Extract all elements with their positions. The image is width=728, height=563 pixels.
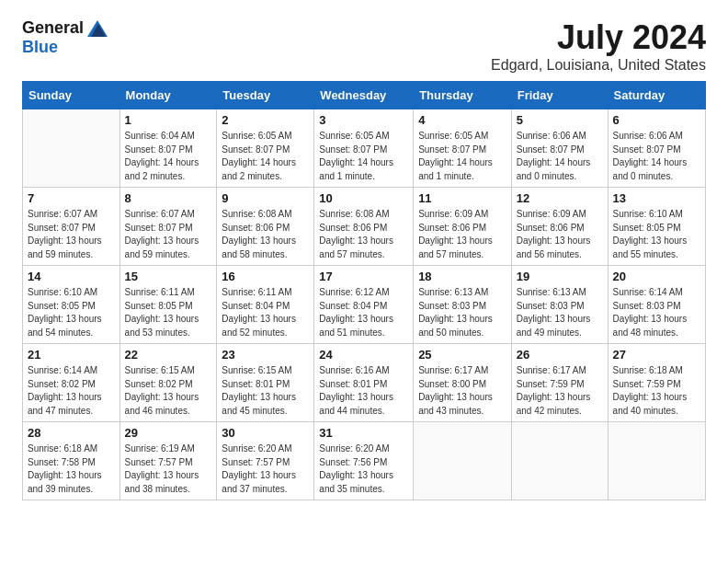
calendar-cell: 30Sunrise: 6:20 AM Sunset: 7:57 PM Dayli…	[217, 422, 314, 500]
day-number: 18	[418, 270, 506, 283]
day-number: 2	[222, 113, 309, 127]
day-info: Sunrise: 6:07 AM Sunset: 8:07 PM Dayligh…	[28, 208, 115, 261]
day-info: Sunrise: 6:12 AM Sunset: 8:04 PM Dayligh…	[319, 286, 408, 339]
day-number: 11	[418, 191, 506, 205]
day-info: Sunrise: 6:09 AM Sunset: 8:06 PM Dayligh…	[517, 208, 603, 261]
calendar-cell	[23, 109, 120, 188]
calendar-cell: 27Sunrise: 6:18 AM Sunset: 7:59 PM Dayli…	[608, 344, 705, 422]
day-number: 14	[28, 270, 115, 283]
day-number: 23	[222, 348, 309, 362]
day-info: Sunrise: 6:17 AM Sunset: 8:00 PM Dayligh…	[418, 364, 506, 418]
day-number: 31	[319, 426, 408, 440]
day-info: Sunrise: 6:20 AM Sunset: 7:56 PM Dayligh…	[319, 442, 408, 496]
day-number: 17	[319, 270, 408, 283]
header-thursday: Thursday	[414, 82, 512, 109]
day-number: 16	[222, 270, 309, 283]
calendar-cell: 11Sunrise: 6:09 AM Sunset: 8:06 PM Dayli…	[414, 188, 512, 266]
month-title: July 2024	[491, 18, 706, 57]
calendar-cell: 24Sunrise: 6:16 AM Sunset: 8:01 PM Dayli…	[314, 344, 414, 422]
calendar-cell	[511, 422, 608, 500]
day-info: Sunrise: 6:13 AM Sunset: 8:03 PM Dayligh…	[418, 286, 506, 339]
calendar-cell: 15Sunrise: 6:11 AM Sunset: 8:05 PM Dayli…	[119, 266, 217, 344]
calendar-cell: 23Sunrise: 6:15 AM Sunset: 8:01 PM Dayli…	[217, 344, 314, 422]
day-number: 8	[125, 191, 212, 205]
day-number: 19	[517, 270, 603, 283]
calendar-cell	[608, 422, 705, 500]
calendar-week-1: 1Sunrise: 6:04 AM Sunset: 8:07 PM Daylig…	[23, 109, 706, 188]
calendar-cell: 21Sunrise: 6:14 AM Sunset: 8:02 PM Dayli…	[23, 344, 120, 422]
day-info: Sunrise: 6:09 AM Sunset: 8:06 PM Dayligh…	[418, 208, 506, 261]
calendar-cell: 19Sunrise: 6:13 AM Sunset: 8:03 PM Dayli…	[511, 266, 608, 344]
day-info: Sunrise: 6:05 AM Sunset: 8:07 PM Dayligh…	[418, 130, 506, 183]
calendar-cell: 20Sunrise: 6:14 AM Sunset: 8:03 PM Dayli…	[608, 266, 705, 344]
day-info: Sunrise: 6:11 AM Sunset: 8:04 PM Dayligh…	[222, 286, 309, 339]
day-number: 27	[613, 348, 700, 362]
day-number: 10	[319, 191, 408, 205]
day-info: Sunrise: 6:06 AM Sunset: 8:07 PM Dayligh…	[517, 130, 603, 183]
day-info: Sunrise: 6:13 AM Sunset: 8:03 PM Dayligh…	[517, 286, 603, 339]
day-number: 20	[613, 270, 700, 283]
day-number: 21	[28, 348, 115, 362]
calendar-cell: 31Sunrise: 6:20 AM Sunset: 7:56 PM Dayli…	[314, 422, 414, 500]
calendar-cell: 5Sunrise: 6:06 AM Sunset: 8:07 PM Daylig…	[511, 109, 608, 188]
calendar-cell: 17Sunrise: 6:12 AM Sunset: 8:04 PM Dayli…	[314, 266, 414, 344]
day-info: Sunrise: 6:14 AM Sunset: 8:02 PM Dayligh…	[28, 364, 115, 418]
day-info: Sunrise: 6:04 AM Sunset: 8:07 PM Dayligh…	[125, 130, 212, 183]
calendar-cell: 22Sunrise: 6:15 AM Sunset: 8:02 PM Dayli…	[119, 344, 217, 422]
calendar-cell: 25Sunrise: 6:17 AM Sunset: 8:00 PM Dayli…	[414, 344, 512, 422]
day-number: 3	[319, 113, 408, 127]
calendar-cell: 6Sunrise: 6:06 AM Sunset: 8:07 PM Daylig…	[608, 109, 705, 188]
day-info: Sunrise: 6:19 AM Sunset: 7:57 PM Dayligh…	[125, 442, 212, 496]
logo-icon	[87, 20, 108, 37]
day-info: Sunrise: 6:10 AM Sunset: 8:05 PM Dayligh…	[28, 286, 115, 339]
day-info: Sunrise: 6:05 AM Sunset: 8:07 PM Dayligh…	[222, 130, 309, 183]
header-saturday: Saturday	[608, 82, 705, 109]
header-monday: Monday	[119, 82, 217, 109]
calendar-cell: 13Sunrise: 6:10 AM Sunset: 8:05 PM Dayli…	[608, 188, 705, 266]
calendar-cell: 18Sunrise: 6:13 AM Sunset: 8:03 PM Dayli…	[414, 266, 512, 344]
day-info: Sunrise: 6:05 AM Sunset: 8:07 PM Dayligh…	[319, 130, 408, 183]
day-number: 25	[418, 348, 506, 362]
day-info: Sunrise: 6:14 AM Sunset: 8:03 PM Dayligh…	[613, 286, 700, 339]
day-info: Sunrise: 6:10 AM Sunset: 8:05 PM Dayligh…	[613, 208, 700, 261]
header-tuesday: Tuesday	[217, 82, 314, 109]
day-number: 26	[517, 348, 603, 362]
day-number: 7	[28, 191, 115, 205]
calendar-cell: 1Sunrise: 6:04 AM Sunset: 8:07 PM Daylig…	[119, 109, 217, 188]
day-number: 1	[125, 113, 212, 127]
day-info: Sunrise: 6:06 AM Sunset: 8:07 PM Dayligh…	[613, 130, 700, 183]
logo: General Blue	[22, 18, 108, 57]
calendar-cell: 3Sunrise: 6:05 AM Sunset: 8:07 PM Daylig…	[314, 109, 414, 188]
header-row: Sunday Monday Tuesday Wednesday Thursday…	[23, 82, 706, 109]
day-info: Sunrise: 6:18 AM Sunset: 7:58 PM Dayligh…	[28, 442, 115, 496]
day-info: Sunrise: 6:08 AM Sunset: 8:06 PM Dayligh…	[319, 208, 408, 261]
day-number: 6	[613, 113, 700, 127]
calendar-cell: 12Sunrise: 6:09 AM Sunset: 8:06 PM Dayli…	[511, 188, 608, 266]
day-info: Sunrise: 6:11 AM Sunset: 8:05 PM Dayligh…	[125, 286, 212, 339]
day-info: Sunrise: 6:08 AM Sunset: 8:06 PM Dayligh…	[222, 208, 309, 261]
day-number: 28	[28, 426, 115, 440]
calendar-cell: 2Sunrise: 6:05 AM Sunset: 8:07 PM Daylig…	[217, 109, 314, 188]
day-number: 15	[125, 270, 212, 283]
day-info: Sunrise: 6:18 AM Sunset: 7:59 PM Dayligh…	[613, 364, 700, 418]
calendar-cell: 10Sunrise: 6:08 AM Sunset: 8:06 PM Dayli…	[314, 188, 414, 266]
header-sunday: Sunday	[23, 82, 120, 109]
location-title: Edgard, Louisiana, United States	[491, 57, 706, 74]
day-number: 22	[125, 348, 212, 362]
calendar-cell: 26Sunrise: 6:17 AM Sunset: 7:59 PM Dayli…	[511, 344, 608, 422]
day-info: Sunrise: 6:07 AM Sunset: 8:07 PM Dayligh…	[125, 208, 212, 261]
calendar-cell	[414, 422, 512, 500]
calendar-week-3: 14Sunrise: 6:10 AM Sunset: 8:05 PM Dayli…	[23, 266, 706, 344]
title-area: July 2024 Edgard, Louisiana, United Stat…	[491, 18, 706, 74]
calendar-week-2: 7Sunrise: 6:07 AM Sunset: 8:07 PM Daylig…	[23, 188, 706, 266]
header-wednesday: Wednesday	[314, 82, 414, 109]
day-number: 12	[517, 191, 603, 205]
day-number: 13	[613, 191, 700, 205]
day-info: Sunrise: 6:15 AM Sunset: 8:01 PM Dayligh…	[222, 364, 309, 418]
day-number: 5	[517, 113, 603, 127]
day-info: Sunrise: 6:16 AM Sunset: 8:01 PM Dayligh…	[319, 364, 408, 418]
calendar-cell: 28Sunrise: 6:18 AM Sunset: 7:58 PM Dayli…	[23, 422, 120, 500]
calendar-cell: 4Sunrise: 6:05 AM Sunset: 8:07 PM Daylig…	[414, 109, 512, 188]
calendar-cell: 16Sunrise: 6:11 AM Sunset: 8:04 PM Dayli…	[217, 266, 314, 344]
day-number: 4	[418, 113, 506, 127]
